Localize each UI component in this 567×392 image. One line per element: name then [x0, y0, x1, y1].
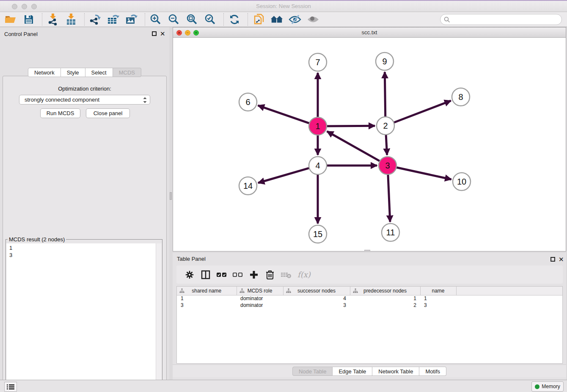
- table-cell[interactable]: 3: [177, 302, 237, 309]
- toolbar-separator: [145, 13, 145, 26]
- home-icon[interactable]: [270, 13, 283, 26]
- network-window-title: scc.txt: [173, 29, 566, 36]
- add-column-icon[interactable]: [248, 268, 260, 281]
- list-icon: [7, 384, 14, 390]
- save-session-icon[interactable]: [22, 13, 35, 26]
- mcds-result-text: 1 3: [6, 243, 156, 259]
- table-row[interactable]: 1dominator411: [177, 295, 562, 302]
- toolbar-separator: [42, 13, 42, 26]
- window-resize-handle[interactable]: [364, 250, 370, 251]
- select-all-checkboxes-icon[interactable]: [215, 268, 228, 281]
- table-tabs-strip: Node Table Edge Table Network Table Moti…: [173, 364, 566, 377]
- float-panel-icon[interactable]: [550, 257, 555, 262]
- hierarchy-icon: [239, 288, 245, 293]
- mcds-result-area[interactable]: 1 3: [6, 243, 156, 392]
- column-header-successor-nodes[interactable]: successor nodes: [283, 287, 350, 295]
- copy-view-icon[interactable]: [252, 13, 265, 26]
- graph-node-label: 15: [313, 229, 322, 239]
- graph-node-label: 9: [382, 57, 387, 66]
- import-table-icon[interactable]: [65, 13, 77, 26]
- gear-icon[interactable]: [183, 268, 196, 281]
- graph-node-label: 11: [386, 228, 395, 237]
- graph-edge-1-6[interactable]: [258, 105, 310, 124]
- table-cell[interactable]: 1: [177, 295, 237, 302]
- tab-mcds[interactable]: MCDS: [113, 68, 141, 77]
- column-header-mcds-role[interactable]: MCDS role: [237, 287, 283, 295]
- graph-edge-2-9[interactable]: [385, 72, 385, 118]
- tab-network-table[interactable]: Network Table: [372, 367, 419, 376]
- column-header-predecessor-nodes[interactable]: predecessor nodes: [350, 287, 420, 295]
- function-builder-icon[interactable]: f(x): [297, 270, 311, 279]
- hide-graphics-details-icon[interactable]: [289, 13, 301, 26]
- table-header-row: shared name MCDS role successor nodes pr…: [177, 287, 562, 295]
- table-cell[interactable]: 3: [283, 302, 350, 309]
- tab-motifs[interactable]: Motifs: [419, 367, 446, 376]
- table-cell[interactable]: 1: [420, 295, 456, 302]
- export-image-icon[interactable]: [125, 13, 138, 26]
- import-network-icon[interactable]: [47, 13, 59, 26]
- table-cell[interactable]: 4: [283, 295, 350, 302]
- close-panel-icon[interactable]: ✕: [160, 30, 165, 37]
- refresh-icon[interactable]: [228, 13, 241, 26]
- zoom-selected-icon[interactable]: [204, 13, 217, 26]
- graph-node-label: 14: [243, 181, 253, 190]
- table-cell[interactable]: dominator: [237, 302, 283, 309]
- search-box[interactable]: [440, 14, 562, 25]
- network-canvas[interactable]: 7968124314101511: [173, 38, 566, 251]
- show-graphics-details-icon[interactable]: [307, 13, 319, 26]
- column-header-shared-name[interactable]: shared name: [177, 287, 237, 295]
- graph-edge-1-2[interactable]: [326, 126, 375, 126]
- network-window-titlebar[interactable]: ✕ − + scc.txt: [173, 28, 566, 38]
- table-cell[interactable]: 2: [350, 302, 420, 309]
- graph-edge-4-14[interactable]: [258, 168, 310, 183]
- graph-node-label: 3: [385, 161, 390, 170]
- main-toolbar: [0, 12, 567, 27]
- close-panel-icon[interactable]: ✕: [559, 256, 564, 262]
- criterion-select[interactable]: strongly connected component: [19, 95, 150, 105]
- open-session-icon[interactable]: [4, 13, 17, 26]
- tab-style[interactable]: Style: [61, 68, 85, 77]
- search-input[interactable]: [452, 17, 561, 23]
- tab-edge-table[interactable]: Edge Table: [333, 367, 372, 376]
- zoom-fit-icon[interactable]: [186, 13, 198, 26]
- delete-column-icon[interactable]: [264, 268, 276, 281]
- select-stepper-icon: [143, 97, 147, 104]
- graph-node-label: 8: [458, 92, 463, 102]
- tab-select[interactable]: Select: [85, 68, 113, 77]
- table-cell[interactable]: 3: [420, 302, 456, 309]
- search-icon: [444, 17, 450, 23]
- vertical-splitter[interactable]: [169, 27, 173, 380]
- hierarchy-icon: [179, 288, 184, 293]
- splitter-grip[interactable]: [170, 192, 172, 200]
- graph-edge-2-3[interactable]: [386, 134, 387, 155]
- hierarchy-icon: [353, 288, 358, 293]
- memory-status-icon: [535, 384, 539, 389]
- control-panel-header: Control Panel ✕: [0, 27, 169, 41]
- mcds-result-scrollbar[interactable]: [156, 243, 162, 392]
- column-header-name[interactable]: name: [420, 287, 456, 295]
- table-cell[interactable]: 1: [350, 295, 420, 302]
- deselect-all-checkboxes-icon[interactable]: [231, 268, 244, 281]
- export-table-icon[interactable]: [107, 13, 120, 26]
- table-panel-header: Table Panel ✕: [173, 253, 566, 265]
- graph-edge-3-1[interactable]: [327, 131, 381, 161]
- graph-node-label: 1: [315, 121, 320, 131]
- table-cell[interactable]: dominator: [237, 295, 283, 302]
- close-panel-button[interactable]: Close panel: [86, 108, 130, 118]
- table-row[interactable]: 3dominator323: [177, 302, 562, 309]
- graph-edge-3-11[interactable]: [388, 174, 390, 222]
- tab-node-table[interactable]: Node Table: [292, 367, 333, 376]
- run-mcds-button[interactable]: Run MCDS: [40, 108, 80, 118]
- graph-edge-2-8[interactable]: [393, 101, 451, 123]
- tab-network[interactable]: Network: [28, 68, 61, 77]
- zoom-out-icon[interactable]: [168, 13, 180, 26]
- export-network-icon[interactable]: [89, 13, 102, 26]
- graph-edge-3-10[interactable]: [396, 167, 451, 179]
- float-panel-icon[interactable]: [152, 31, 157, 36]
- zoom-in-icon[interactable]: [149, 13, 162, 26]
- memory-button[interactable]: Memory: [531, 381, 564, 392]
- split-view-icon[interactable]: [199, 268, 212, 281]
- task-history-button[interactable]: [4, 382, 17, 392]
- delete-table-icon[interactable]: [280, 268, 292, 281]
- mcds-result-box: MCDS result (2 nodes) 1 3: [6, 236, 162, 392]
